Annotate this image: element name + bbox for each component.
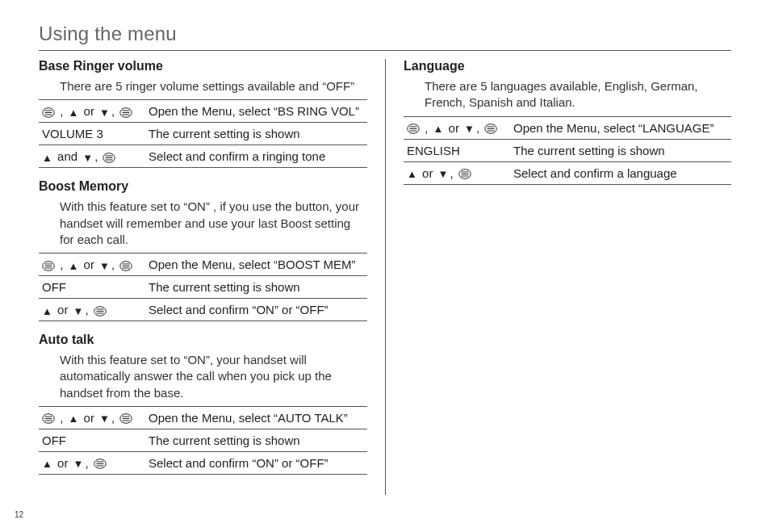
menu-icon xyxy=(407,124,420,134)
menu-icon xyxy=(94,306,107,316)
page-title: Using the menu xyxy=(39,23,731,51)
up-arrow-icon: ▲ xyxy=(69,261,79,271)
menu-icon xyxy=(42,261,55,271)
step-action: Select and confirm a ringing tone xyxy=(145,145,367,168)
up-arrow-icon: ▲ xyxy=(42,153,52,163)
table-row: VOLUME 3The current setting is shown xyxy=(39,123,367,145)
section: LanguageThere are 5 languages available,… xyxy=(404,59,731,185)
down-arrow-icon: ▼ xyxy=(73,459,84,469)
menu-icon xyxy=(119,413,132,424)
table-row: OFFThe current setting is shown xyxy=(39,429,367,451)
step-action: The current setting is shown xyxy=(145,276,367,299)
steps-table: , ▲ or ▼, Open the Menu, select “BS RING… xyxy=(39,99,367,168)
table-row: , ▲ or ▼, Open the Menu, select “BOOST M… xyxy=(39,253,367,276)
step-keys: ▲ or ▼, xyxy=(39,451,145,474)
step-keys: OFF xyxy=(39,429,145,451)
comma-label: , xyxy=(110,258,119,271)
comma-label: , xyxy=(55,411,69,425)
section: Auto talkWith this feature set to “ON”, … xyxy=(39,333,367,475)
comma-label: , xyxy=(93,149,103,163)
step-keys: , ▲ or ▼, xyxy=(404,116,510,139)
step-action: The current setting is shown xyxy=(510,139,731,161)
section: Boost MemoryWith this feature set to “ON… xyxy=(39,179,367,321)
step-action: Open the Menu, select “LANGUAGE” xyxy=(510,116,731,139)
comma-label: , xyxy=(55,104,69,118)
menu-icon xyxy=(42,413,55,424)
table-row: ▲ and ▼, Select and confirm a ringing to… xyxy=(39,145,367,168)
comma-label: , xyxy=(448,166,458,180)
or-label: or xyxy=(78,104,99,118)
down-arrow-icon: ▼ xyxy=(73,306,84,316)
section-heading: Base Ringer volume xyxy=(39,59,367,73)
up-arrow-icon: ▲ xyxy=(433,124,444,134)
step-keys: ▲ or ▼, xyxy=(404,161,510,184)
comma-label: , xyxy=(110,104,119,118)
step-action: The current setting is shown xyxy=(145,429,367,451)
menu-icon xyxy=(119,107,132,118)
menu-icon xyxy=(94,459,107,469)
menu-icon xyxy=(484,124,497,134)
down-arrow-icon: ▼ xyxy=(99,107,110,118)
table-row: ▲ or ▼, Select and confirm a language xyxy=(404,161,731,184)
down-arrow-icon: ▼ xyxy=(82,153,93,163)
steps-table: , ▲ or ▼, Open the Menu, select “BOOST M… xyxy=(39,253,367,321)
and-label: and xyxy=(52,149,82,163)
table-row: ▲ or ▼, Select and confirm “ON” or “OFF” xyxy=(39,299,367,321)
step-keys: , ▲ or ▼, xyxy=(39,406,145,429)
step-action: Open the Menu, select “BOOST MEM” xyxy=(145,253,367,276)
steps-table: , ▲ or ▼, Open the Menu, select “LANGUAG… xyxy=(404,116,731,185)
step-action: Select and confirm “ON” or “OFF” xyxy=(145,451,367,474)
menu-icon xyxy=(42,107,55,118)
or-label: or xyxy=(78,258,99,271)
comma-label: , xyxy=(110,411,119,425)
section-heading: Auto talk xyxy=(39,333,367,347)
step-keys: , ▲ or ▼, xyxy=(39,100,145,123)
or-label: or xyxy=(52,456,73,470)
content-columns: Base Ringer volumeThere are 5 ringer vol… xyxy=(39,59,731,495)
up-arrow-icon: ▲ xyxy=(42,459,52,469)
up-arrow-icon: ▲ xyxy=(69,107,79,118)
step-keys: ENGLISH xyxy=(404,139,510,161)
up-arrow-icon: ▲ xyxy=(69,413,79,424)
table-row: , ▲ or ▼, Open the Menu, select “AUTO TA… xyxy=(39,406,367,429)
down-arrow-icon: ▼ xyxy=(99,413,110,424)
down-arrow-icon: ▼ xyxy=(99,261,110,271)
section-heading: Language xyxy=(404,59,731,73)
left-column: Base Ringer volumeThere are 5 ringer vol… xyxy=(39,59,385,495)
section: Base Ringer volumeThere are 5 ringer vol… xyxy=(39,59,367,168)
or-label: or xyxy=(417,166,438,180)
manual-page: Using the menu Base Ringer volumeThere a… xyxy=(0,0,770,532)
step-keys: OFF xyxy=(39,276,145,299)
down-arrow-icon: ▼ xyxy=(464,124,475,134)
step-keys: ▲ and ▼, xyxy=(39,145,145,168)
or-label: or xyxy=(52,303,73,316)
comma-label: , xyxy=(83,303,93,316)
steps-table: , ▲ or ▼, Open the Menu, select “AUTO TA… xyxy=(39,406,367,475)
step-action: Open the Menu, select “AUTO TALK” xyxy=(145,406,367,429)
table-row: , ▲ or ▼, Open the Menu, select “LANGUAG… xyxy=(404,116,731,139)
step-keys: , ▲ or ▼, xyxy=(39,253,145,276)
table-row: ENGLISHThe current setting is shown xyxy=(404,139,731,161)
section-description: There are 5 ringer volume settings avail… xyxy=(39,78,367,94)
section-description: With this feature set to “ON”, your hand… xyxy=(39,352,367,401)
step-action: The current setting is shown xyxy=(145,123,367,145)
right-column: LanguageThere are 5 languages available,… xyxy=(385,59,731,495)
comma-label: , xyxy=(83,456,93,470)
page-number: 12 xyxy=(15,510,23,519)
section-description: There are 5 languages available, English… xyxy=(404,78,731,111)
step-action: Select and confirm “ON” or “OFF” xyxy=(145,299,367,321)
comma-label: , xyxy=(55,258,69,271)
table-row: OFFThe current setting is shown xyxy=(39,276,367,299)
down-arrow-icon: ▼ xyxy=(438,169,449,179)
up-arrow-icon: ▲ xyxy=(42,306,52,316)
comma-label: , xyxy=(475,121,484,135)
table-row: ▲ or ▼, Select and confirm “ON” or “OFF” xyxy=(39,451,367,474)
menu-icon xyxy=(103,153,115,163)
table-row: , ▲ or ▼, Open the Menu, select “BS RING… xyxy=(39,100,367,123)
step-keys: VOLUME 3 xyxy=(39,123,145,145)
or-label: or xyxy=(443,121,464,135)
or-label: or xyxy=(78,411,99,425)
comma-label: , xyxy=(420,121,433,135)
step-action: Select and confirm a language xyxy=(510,161,731,184)
section-description: With this feature set to “ON” , if you u… xyxy=(39,199,367,248)
